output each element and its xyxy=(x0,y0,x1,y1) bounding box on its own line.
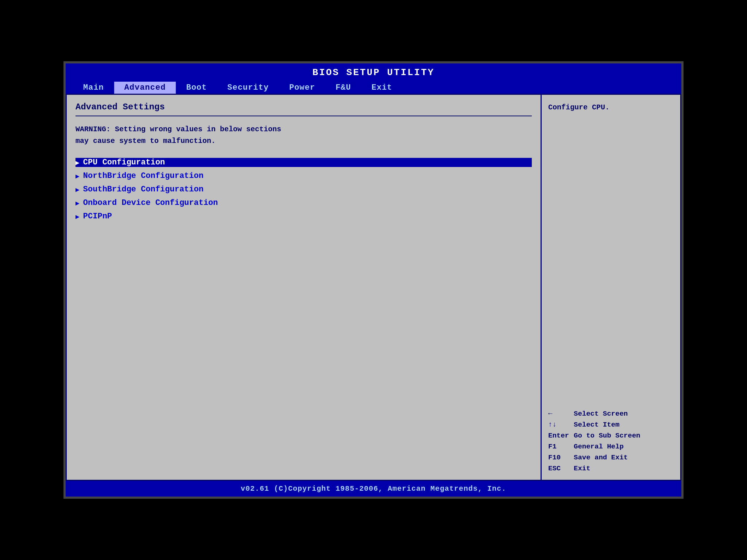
key-binding-row: ←Select Screen xyxy=(548,410,674,418)
menu-item[interactable]: ▶SouthBridge Configuration xyxy=(76,185,532,194)
nav-item-f-u[interactable]: F&U xyxy=(325,82,361,94)
key-desc: General Help xyxy=(574,443,624,451)
key-bindings: ←Select Screen↑↓Select ItemEnterGo to Su… xyxy=(548,410,674,472)
menu-list: ▶CPU Configuration▶NorthBridge Configura… xyxy=(76,158,532,221)
help-text: Configure CPU. xyxy=(548,102,674,113)
left-panel: Advanced Settings WARNING: Setting wrong… xyxy=(67,95,542,480)
menu-item[interactable]: ▶CPU Configuration xyxy=(76,158,532,167)
bios-screen: BIOS SETUP UTILITY MainAdvancedBootSecur… xyxy=(63,61,684,499)
menu-item-label: Onboard Device Configuration xyxy=(83,198,218,207)
main-content: Advanced Settings WARNING: Setting wrong… xyxy=(66,94,681,481)
menu-item-label: SouthBridge Configuration xyxy=(83,185,204,194)
key-binding-row: ↑↓Select Item xyxy=(548,421,674,429)
key-name: F1 xyxy=(548,443,570,451)
key-name: ↑↓ xyxy=(548,421,570,429)
right-panel: Configure CPU. ←Select Screen↑↓Select It… xyxy=(542,95,680,480)
key-name: F10 xyxy=(548,454,570,462)
nav-item-power[interactable]: Power xyxy=(279,82,325,94)
menu-item-label: CPU Configuration xyxy=(83,158,165,167)
nav-item-exit[interactable]: Exit xyxy=(361,82,403,94)
key-binding-row: EnterGo to Sub Screen xyxy=(548,432,674,440)
key-desc: Save and Exit xyxy=(574,454,628,462)
section-title: Advanced Settings xyxy=(76,102,532,112)
menu-item[interactable]: ▶NorthBridge Configuration xyxy=(76,171,532,180)
title-bar: BIOS SETUP UTILITY xyxy=(66,63,681,80)
nav-item-advanced[interactable]: Advanced xyxy=(114,82,176,94)
menu-arrow-icon: ▶ xyxy=(76,172,80,180)
warning-text: WARNING: Setting wrong values in below s… xyxy=(76,124,532,147)
key-binding-row: ESCExit xyxy=(548,464,674,472)
menu-item-label: NorthBridge Configuration xyxy=(83,171,204,180)
key-name: ESC xyxy=(548,464,570,472)
key-binding-row: F10Save and Exit xyxy=(548,454,674,462)
key-binding-row: F1General Help xyxy=(548,443,674,451)
divider xyxy=(76,116,532,116)
key-desc: Select Screen xyxy=(574,410,628,418)
key-name: Enter xyxy=(548,432,570,440)
key-name: ← xyxy=(548,410,570,418)
key-desc: Select Item xyxy=(574,421,619,429)
footer: v02.61 (C)Copyright 1985-2006, American … xyxy=(66,481,681,497)
menu-item[interactable]: ▶Onboard Device Configuration xyxy=(76,198,532,207)
warning-line1: WARNING: Setting wrong values in below s… xyxy=(76,125,281,133)
key-desc: Exit xyxy=(574,464,591,472)
bios-title: BIOS SETUP UTILITY xyxy=(313,67,435,78)
menu-item-label: PCIPnP xyxy=(83,212,112,221)
menu-item[interactable]: ▶PCIPnP xyxy=(76,212,532,221)
menu-arrow-icon: ▶ xyxy=(76,213,80,221)
nav-item-boot[interactable]: Boot xyxy=(176,82,217,94)
key-desc: Go to Sub Screen xyxy=(574,432,640,440)
menu-arrow-icon: ▶ xyxy=(76,199,80,207)
menu-arrow-icon: ▶ xyxy=(76,159,80,167)
nav-bar: MainAdvancedBootSecurityPowerF&UExit xyxy=(66,80,681,94)
menu-arrow-icon: ▶ xyxy=(76,186,80,194)
warning-line2: may cause system to malfunction. xyxy=(76,137,216,145)
nav-item-security[interactable]: Security xyxy=(217,82,279,94)
nav-item-main[interactable]: Main xyxy=(73,82,114,94)
